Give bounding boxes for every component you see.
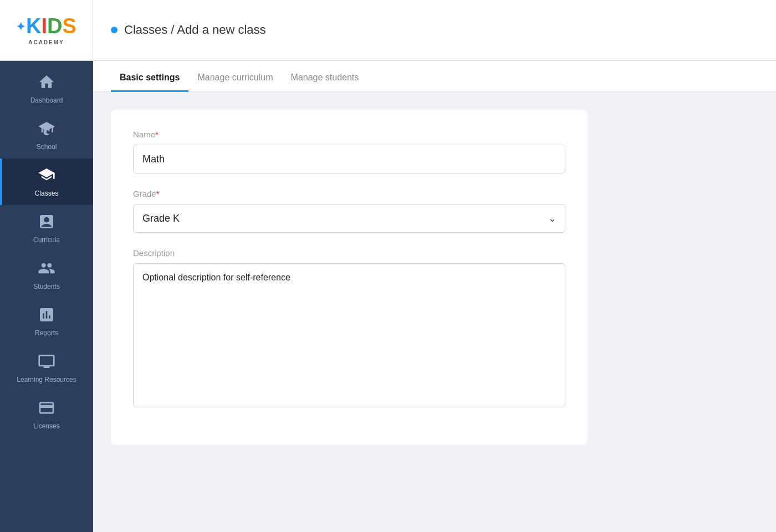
grade-required-star: * [156,189,160,198]
form-card: Name* Grade* Grade K Grade 1 Grade 2 [111,110,588,445]
tab-manage-students[interactable]: Manage students [282,65,368,92]
grade-field-group: Grade* Grade K Grade 1 Grade 2 Grade 3 G… [133,189,565,233]
breadcrumb-dot [111,27,118,33]
school-icon [38,120,55,140]
tab-manage-curriculum[interactable]: Manage curriculum [188,65,282,92]
sidebar-label-licenses: Licenses [33,422,59,430]
learning-resources-icon [38,352,55,372]
grade-select[interactable]: Grade K Grade 1 Grade 2 Grade 3 Grade 4 … [133,204,565,233]
sidebar-label-students: Students [33,283,59,290]
logo-d: D [47,14,62,38]
tabs-bar: Basic settings Manage curriculum Manage … [93,61,776,92]
home-icon [38,73,55,93]
description-label: Description [133,248,565,258]
logo-k: K [26,14,41,38]
licenses-icon [38,399,55,419]
logo-s: S [63,14,76,38]
classes-icon [38,166,55,186]
sidebar-item-curricula[interactable]: Curricula [0,205,93,252]
active-indicator [0,158,2,205]
students-icon [38,259,55,279]
sidebar-label-classes: Classes [35,190,59,197]
description-textarea[interactable]: Optional description for self-reference [133,263,565,407]
curricula-icon [38,213,55,233]
sidebar: Dashboard School Classes [0,61,93,532]
logo-subtitle: ACADEMY [16,39,76,45]
form-container: Name* Grade* Grade K Grade 1 Grade 2 [93,92,776,532]
grade-label: Grade* [133,189,565,198]
top-header: ✦ K I D S ACADEMY Classes / Add a new cl… [0,0,776,61]
breadcrumb-text: Classes / Add a new class [124,23,266,37]
sidebar-label-dashboard: Dashboard [30,96,63,104]
sidebar-item-licenses[interactable]: Licenses [0,391,93,438]
breadcrumb: Classes / Add a new class [93,23,284,37]
sidebar-label-curricula: Curricula [33,236,60,244]
reports-icon [38,306,55,326]
sidebar-label-school: School [37,143,57,151]
tab-basic-settings[interactable]: Basic settings [111,65,188,92]
description-field-group: Description Optional description for sel… [133,248,565,410]
name-field-group: Name* [133,130,565,173]
sidebar-item-classes[interactable]: Classes [0,158,93,205]
sidebar-item-school[interactable]: School [0,112,93,158]
logo: ✦ K I D S ACADEMY [16,14,76,45]
sidebar-item-learning-resources[interactable]: Learning Resources [0,345,93,391]
name-label: Name* [133,130,565,139]
sidebar-item-students[interactable]: Students [0,252,93,298]
main-layout: Dashboard School Classes [0,61,776,532]
sidebar-item-dashboard[interactable]: Dashboard [0,65,93,112]
logo-i: I [42,14,48,38]
logo-dash: ✦ [16,20,25,33]
logo-area: ✦ K I D S ACADEMY [0,0,93,60]
name-input[interactable] [133,145,565,173]
content-area: Basic settings Manage curriculum Manage … [93,61,776,532]
name-required-star: * [155,130,159,139]
grade-select-wrapper: Grade K Grade 1 Grade 2 Grade 3 Grade 4 … [133,204,565,233]
sidebar-label-learning-resources: Learning Resources [17,376,76,383]
sidebar-item-reports[interactable]: Reports [0,298,93,345]
sidebar-label-reports: Reports [35,329,58,337]
